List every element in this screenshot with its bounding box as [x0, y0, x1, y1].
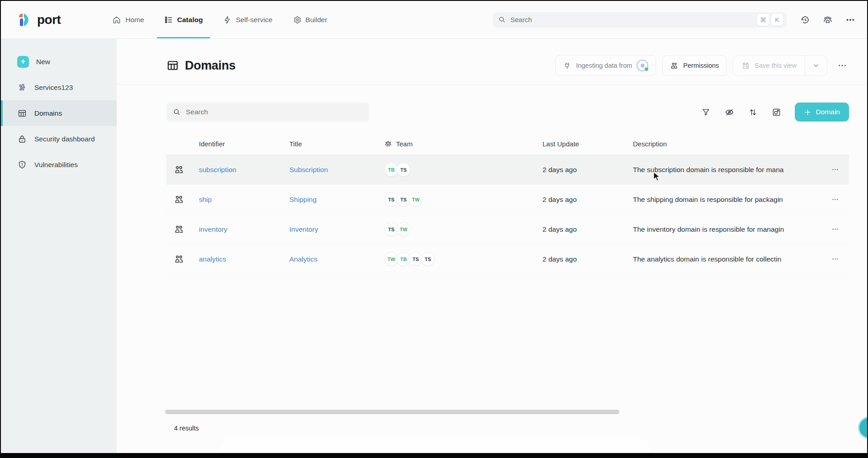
- catalog-icon: [164, 15, 173, 24]
- identifier-link[interactable]: inventory: [199, 225, 289, 234]
- column-title[interactable]: Title: [289, 140, 384, 148]
- k-key-badge: K: [771, 14, 783, 26]
- team-avatars: TB TS: [384, 163, 542, 177]
- tab-label: Home: [125, 16, 144, 24]
- description-cell: The inventory domain is responsible for …: [633, 225, 827, 234]
- title-link[interactable]: Subscription: [289, 166, 384, 174]
- column-identifier[interactable]: Identifier: [199, 140, 289, 148]
- title-link[interactable]: Shipping: [289, 196, 384, 204]
- identifier-link[interactable]: subscription: [199, 166, 289, 174]
- status-dot: [644, 67, 649, 71]
- team-avatars: TW TB TS TS: [384, 252, 542, 266]
- column-last-update[interactable]: Last Update: [542, 140, 633, 148]
- filter-icon[interactable]: [697, 103, 715, 121]
- history-icon[interactable]: [800, 15, 810, 25]
- permissions-label: Permissions: [683, 62, 719, 69]
- sidebar-item-security-dashboard[interactable]: Security dashboard: [1, 126, 117, 152]
- team-entity-icon: [174, 164, 184, 175]
- table-row[interactable]: analytics Analytics TW TB TS TS 2 days a…: [166, 244, 849, 274]
- plug-icon: [563, 61, 571, 70]
- team-entity-icon: [174, 194, 184, 205]
- table-search-input[interactable]: [181, 108, 363, 116]
- group-by-icon[interactable]: [768, 103, 786, 121]
- team-entity-icon: [174, 254, 184, 265]
- services-cluster-icon: [17, 83, 27, 93]
- table-icon: [17, 108, 27, 118]
- identifier-link[interactable]: ship: [199, 196, 289, 204]
- table-row[interactable]: subscription Subscription TB TS 2 days a…: [166, 155, 849, 185]
- top-navigation: port Home Catalog Self-service Builder: [1, 1, 867, 39]
- global-search[interactable]: ⌘ K: [493, 12, 787, 28]
- tab-label: Catalog: [177, 16, 203, 24]
- header-divider: [117, 84, 867, 84]
- sidebar-item-new[interactable]: + New: [1, 49, 117, 75]
- tab-catalog[interactable]: Catalog: [154, 1, 213, 38]
- team-avatar: TS: [421, 252, 435, 266]
- team-avatars: TS TW: [384, 222, 542, 236]
- description-cell: The shipping domain is responsible for p…: [633, 196, 827, 204]
- description-cell: The subscription domain is responsible f…: [633, 166, 827, 174]
- row-more-button[interactable]: [827, 252, 843, 267]
- global-search-input[interactable]: [506, 16, 755, 23]
- column-description[interactable]: Description: [633, 140, 827, 148]
- team-avatar: TS: [396, 163, 410, 177]
- tab-home[interactable]: Home: [102, 1, 154, 38]
- row-more-button[interactable]: [827, 162, 843, 178]
- sidebar: + New Services123 Domains Security dashb…: [1, 39, 117, 454]
- sidebar-item-label: Services123: [34, 84, 73, 92]
- last-update-cell: 2 days ago: [542, 166, 633, 174]
- more-icon: [838, 61, 847, 70]
- sidebar-item-label: Vulnerabilities: [34, 161, 78, 169]
- plus-icon: [804, 108, 811, 116]
- row-more-button[interactable]: [827, 222, 843, 237]
- hide-columns-icon[interactable]: [721, 103, 739, 121]
- port-logo-icon: [16, 12, 33, 28]
- sidebar-item-label: Domains: [34, 109, 62, 117]
- sort-icon[interactable]: [744, 103, 762, 121]
- brand-name: port: [37, 13, 61, 27]
- tab-label: Self-service: [236, 16, 273, 24]
- table-icon: [166, 59, 179, 72]
- search-icon: [173, 108, 181, 116]
- team-icon: [384, 140, 392, 148]
- tab-self-service[interactable]: Self-service: [213, 1, 283, 38]
- page-more-button[interactable]: [834, 57, 851, 74]
- last-update-cell: 2 days ago: [542, 196, 633, 204]
- column-team[interactable]: Team: [384, 140, 542, 148]
- save-view-label: Save this view: [755, 62, 797, 69]
- permissions-button[interactable]: Permissions: [662, 55, 726, 76]
- save-view-dropdown-button[interactable]: [805, 56, 827, 75]
- people-icon: [670, 61, 679, 70]
- last-update-cell: 2 days ago: [542, 255, 633, 263]
- page-title: Domains: [185, 59, 236, 73]
- domains-table: Identifier Title Team Last Update Descri…: [166, 133, 849, 274]
- save-icon: [741, 61, 750, 70]
- ingesting-data-button[interactable]: Ingesting data from ⊕: [555, 55, 656, 76]
- lightning-icon: [223, 15, 232, 24]
- table-search[interactable]: [166, 103, 369, 122]
- add-domain-button[interactable]: Domain: [795, 103, 849, 122]
- title-link[interactable]: Analytics: [289, 255, 384, 263]
- save-view-button[interactable]: Save this view: [733, 56, 805, 75]
- add-domain-label: Domain: [816, 108, 840, 116]
- sidebar-item-vulnerabilities[interactable]: Vulnerabilities: [1, 152, 117, 178]
- plus-square-icon: +: [17, 56, 29, 68]
- sidebar-item-domains[interactable]: Domains: [1, 100, 117, 126]
- sidebar-item-services123[interactable]: Services123: [1, 75, 117, 100]
- identifier-link[interactable]: analytics: [199, 255, 289, 263]
- table-row[interactable]: inventory Inventory TS TW 2 days ago The…: [166, 215, 849, 244]
- title-link[interactable]: Inventory: [289, 225, 384, 234]
- lock-icon: [17, 134, 27, 144]
- sidebar-item-label: New: [36, 58, 50, 66]
- horizontal-scrollbar[interactable]: [165, 410, 619, 414]
- teams-icon[interactable]: [823, 15, 833, 25]
- tab-builder[interactable]: Builder: [283, 1, 337, 38]
- tab-label: Builder: [306, 16, 327, 24]
- description-cell: The analytics domain is responsible for …: [633, 255, 827, 263]
- port-logo[interactable]: port: [1, 1, 61, 38]
- row-more-button[interactable]: [827, 192, 843, 207]
- integration-status-icon: ⊕: [637, 60, 648, 71]
- table-row[interactable]: ship Shipping TS TS TW 2 days ago The sh…: [166, 185, 849, 215]
- more-icon[interactable]: [845, 15, 855, 25]
- home-icon: [112, 15, 121, 24]
